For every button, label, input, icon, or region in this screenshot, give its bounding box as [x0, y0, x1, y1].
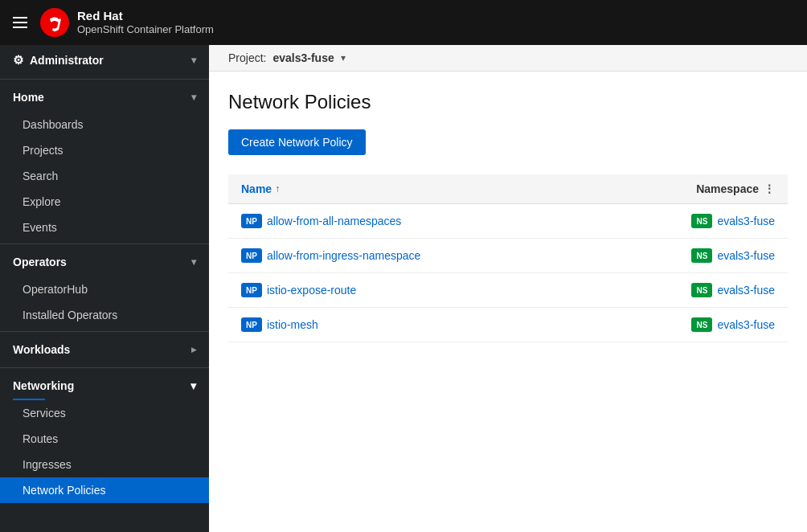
policy-link[interactable]: allow-from-ingress-namespace — [267, 249, 420, 262]
project-label: Project: — [228, 51, 266, 64]
np-badge: NP — [241, 317, 262, 332]
policy-name-cell: NP allow-from-ingress-namespace — [228, 239, 594, 273]
policy-name-cell: NP allow-from-all-namespaces — [228, 204, 594, 239]
namespace-link[interactable]: evals3-fuse — [717, 249, 775, 262]
network-policies-table: Name ↑ Namespace ⋮ — [228, 174, 788, 342]
operators-chevron-icon: ▾ — [191, 256, 196, 268]
policy-link[interactable]: istio-mesh — [267, 318, 318, 331]
sidebar-item-operatorhub[interactable]: OperatorHub — [0, 276, 209, 302]
np-badge: NP — [241, 214, 262, 228]
sidebar-item-search[interactable]: Search — [0, 163, 209, 189]
project-name: evals3-fuse — [272, 51, 334, 64]
ns-badge: NS — [691, 248, 712, 263]
page-content: Network Policies Create Network Policy N… — [209, 72, 807, 362]
logo-area: Red Hat OpenShift Container Platform — [40, 8, 214, 37]
workloads-chevron-icon: ▸ — [191, 344, 196, 355]
sort-icon: ↑ — [275, 183, 280, 194]
sidebar-item-ingresses[interactable]: Ingresses — [0, 452, 209, 477]
np-badge: NP — [241, 248, 262, 263]
role-label: Administrator — [30, 54, 104, 67]
sidebar-item-services[interactable]: Services — [0, 400, 209, 426]
table-header-row: Name ↑ Namespace ⋮ — [228, 174, 788, 204]
sidebar-section-workloads[interactable]: Workloads ▸ — [0, 335, 209, 364]
top-nav: Red Hat OpenShift Container Platform — [0, 0, 807, 45]
networking-label: Networking — [13, 379, 74, 392]
namespace-link[interactable]: evals3-fuse — [717, 284, 775, 297]
ns-badge: NS — [691, 214, 712, 228]
sidebar-section-home[interactable]: Home ▾ — [0, 83, 209, 112]
policy-link[interactable]: istio-expose-route — [267, 284, 356, 297]
table-row: NP allow-from-all-namespaces NS evals3-f… — [228, 204, 788, 239]
table-row: NP istio-mesh NS evals3-fuse — [228, 308, 788, 342]
sidebar-item-installed-operators[interactable]: Installed Operators — [0, 302, 209, 328]
create-network-policy-button[interactable]: Create Network Policy — [228, 129, 366, 155]
sidebar-item-projects[interactable]: Projects — [0, 137, 209, 163]
policy-name-cell: NP istio-expose-route — [228, 273, 594, 308]
project-bar: Project: evals3-fuse ▾ — [209, 45, 807, 72]
role-selector[interactable]: ⚙ Administrator ▾ — [0, 45, 209, 76]
np-badge: NP — [241, 283, 262, 297]
sidebar-section-operators[interactable]: Operators ▾ — [0, 248, 209, 276]
column-header-name[interactable]: Name ↑ — [228, 174, 594, 203]
role-chevron-icon: ▾ — [191, 55, 196, 66]
sidebar-item-routes[interactable]: Routes — [0, 426, 209, 452]
sidebar-item-events[interactable]: Events — [0, 215, 209, 240]
table-row: NP allow-from-ingress-namespace NS evals… — [228, 239, 788, 273]
sidebar: ⚙ Administrator ▾ Home ▾ Dashboards Proj… — [0, 45, 209, 532]
policy-namespace-cell: NS evals3-fuse — [594, 239, 788, 273]
ns-badge: NS — [691, 317, 712, 332]
home-chevron-icon: ▾ — [191, 92, 196, 103]
policy-name-cell: NP istio-mesh — [228, 308, 594, 342]
workloads-label: Workloads — [13, 343, 70, 356]
policy-namespace-cell: NS evals3-fuse — [594, 308, 788, 342]
operators-label: Operators — [13, 256, 67, 268]
policy-link[interactable]: allow-from-all-namespaces — [267, 215, 401, 227]
namespace-link[interactable]: evals3-fuse — [717, 318, 775, 331]
page-title: Network Policies — [228, 91, 788, 113]
redhat-logo — [40, 8, 69, 37]
project-dropdown-icon[interactable]: ▾ — [341, 52, 346, 63]
policy-namespace-cell: NS evals3-fuse — [594, 204, 788, 239]
svg-point-0 — [40, 8, 69, 37]
namespace-options-icon[interactable]: ⋮ — [764, 182, 775, 195]
sidebar-item-network-policies[interactable]: Network Policies — [0, 477, 209, 503]
sidebar-section-networking[interactable]: Networking ▾ — [0, 371, 209, 400]
namespace-link[interactable]: evals3-fuse — [717, 215, 775, 227]
hamburger-menu[interactable] — [13, 17, 27, 28]
ns-badge: NS — [691, 283, 712, 297]
app-title: Red Hat OpenShift Container Platform — [77, 9, 214, 36]
main-content: Project: evals3-fuse ▾ Network Policies … — [209, 45, 807, 532]
policy-namespace-cell: NS evals3-fuse — [594, 273, 788, 308]
gear-icon: ⚙ — [13, 53, 23, 68]
sidebar-item-dashboards[interactable]: Dashboards — [0, 112, 209, 137]
column-header-namespace: Namespace ⋮ — [594, 174, 788, 203]
networking-chevron-icon: ▾ — [190, 379, 196, 392]
table-row: NP istio-expose-route NS evals3-fuse — [228, 273, 788, 308]
sidebar-item-explore[interactable]: Explore — [0, 189, 209, 215]
home-label: Home — [13, 91, 44, 104]
